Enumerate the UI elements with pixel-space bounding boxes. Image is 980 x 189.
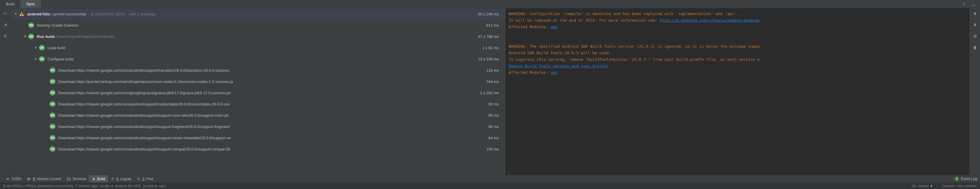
tree-row-time: 47 s 768 ms xyxy=(472,35,499,39)
ok-icon: OK xyxy=(38,56,45,62)
chevron-down-icon[interactable] xyxy=(13,11,18,17)
tree-row[interactable]: OKRun build /Users/nkjzm/Projects/androi… xyxy=(11,31,505,42)
tree-row-label: Starting Gradle Daemon xyxy=(37,23,78,28)
tree-row-time: 110 ms xyxy=(480,68,499,72)
ok-icon: OK xyxy=(49,134,56,141)
warnings-output: WARNING: Configuration 'compile' is obso… xyxy=(505,8,969,175)
tree-row[interactable]: OKDownload https://jcenter.bintray.com/n… xyxy=(11,76,505,87)
svg-point-5 xyxy=(29,178,30,180)
sync-icon[interactable] xyxy=(2,11,8,17)
event-log-badge: 1 xyxy=(955,176,959,181)
link-remove-buildtools[interactable]: Remove Build Tools version and sync proj… xyxy=(509,64,609,68)
pin-icon[interactable] xyxy=(2,22,8,28)
sync-root-time: 50 s 248 ms xyxy=(472,12,499,16)
ok-icon: OK xyxy=(49,123,56,130)
git-branch[interactable]: Git: master xyxy=(912,184,932,188)
close-icon[interactable] xyxy=(2,33,8,39)
find-button[interactable]: 3: Find xyxy=(134,175,156,183)
ok-icon: OK xyxy=(38,44,45,51)
tree-row-time: 811 ms xyxy=(480,23,499,28)
left-tool-gutter xyxy=(0,8,11,175)
tree-row[interactable]: OKConfigure build13 s 109 ms xyxy=(11,54,505,65)
tree-row-label: Download https://maven.google.com/com/an… xyxy=(58,68,230,72)
tree-row[interactable]: OKDownload https://maven.google.com/com/… xyxy=(11,121,505,132)
sync-root-label: android-fido: synced successfully at 201… xyxy=(27,12,156,16)
tree-row[interactable]: OKDownload https://maven.google.com/com/… xyxy=(11,65,505,76)
gear-icon[interactable] xyxy=(960,1,966,7)
tree-row-time: 64 ms xyxy=(482,135,499,140)
svg-point-7 xyxy=(137,178,139,180)
link-update-dependencies[interactable]: http://d.android.com/r/tools/update-depe… xyxy=(660,18,760,22)
tree-row-time: 92 ms xyxy=(482,102,499,106)
tree-row-label: Run build /Users/nkjzm/Projects/android-… xyxy=(37,35,115,39)
logcat-button[interactable]: 6: Logcat xyxy=(108,175,134,183)
ok-icon: OK xyxy=(49,146,56,152)
chevron-down-icon[interactable] xyxy=(22,34,28,39)
sync-root-row[interactable]: android-fido: synced successfully at 201… xyxy=(11,8,505,20)
tree-row-label: Download https://maven.google.com/com/an… xyxy=(58,102,230,106)
arrow-up-icon[interactable] xyxy=(972,11,978,17)
svg-point-4 xyxy=(28,179,29,180)
tree-row[interactable]: OKDownload https://maven.google.com/com/… xyxy=(11,87,505,98)
tree-row-time: 1 s 262 ms xyxy=(474,91,499,95)
tree-row-label: Download https://maven.google.com/com/an… xyxy=(58,135,231,140)
tree-row-time: 344 ms xyxy=(480,79,499,84)
tool-window-bar: TODO 9: Version Control Terminal Build 6… xyxy=(0,175,980,183)
ok-icon: OK xyxy=(49,101,56,107)
tree-row[interactable]: OKStarting Gradle Daemon811 ms xyxy=(11,20,505,31)
status-message: Build APK(s): APK(s) generated successfu… xyxy=(3,184,166,188)
tree-row-label: Download https://maven.google.com/com/an… xyxy=(58,147,230,151)
trash-icon[interactable] xyxy=(972,44,978,50)
ok-icon: OK xyxy=(28,33,35,40)
tree-row-time: 66 ms xyxy=(482,124,499,129)
svg-rect-2 xyxy=(21,15,22,16)
arrow-down-icon[interactable] xyxy=(972,22,978,28)
build-button[interactable]: Build xyxy=(89,175,108,183)
status-bar: Build APK(s): APK(s) generated successfu… xyxy=(0,183,980,189)
tool-window-tabs: Build Sync xyxy=(0,0,980,8)
version-control-button[interactable]: 9: Version Control xyxy=(24,175,64,183)
tree-row[interactable]: OKDownload https://maven.google.com/com/… xyxy=(11,143,505,154)
tree-row-label: Download https://jcenter.bintray.com/net… xyxy=(58,79,233,84)
svg-rect-1 xyxy=(21,13,22,15)
tree-row-label: Download https://maven.google.com/com/an… xyxy=(58,124,229,129)
warning-icon xyxy=(18,11,25,17)
ok-icon: OK xyxy=(49,78,56,85)
tab-build[interactable]: Build xyxy=(0,0,21,8)
tree-row-label: Download https://maven.google.com/com/go… xyxy=(58,91,231,95)
ok-icon: OK xyxy=(28,22,35,28)
tree-row[interactable]: OKLoad build1 s 82 ms xyxy=(11,42,505,54)
minimize-icon[interactable] xyxy=(970,1,977,7)
link-affected-module-app-2[interactable]: app xyxy=(550,70,557,75)
tree-row[interactable]: OKDownload https://maven.google.com/com/… xyxy=(11,110,505,121)
context-label[interactable]: Context: <no context> xyxy=(942,184,977,188)
svg-point-3 xyxy=(28,178,29,179)
ok-icon: OK xyxy=(49,112,56,118)
tree-row[interactable]: OKDownload https://maven.google.com/com/… xyxy=(11,132,505,143)
svg-rect-0 xyxy=(972,5,975,6)
link-affected-module-app-1[interactable]: app xyxy=(550,25,557,29)
tree-row-time: 13 s 109 ms xyxy=(472,57,499,61)
ok-icon: OK xyxy=(49,67,56,74)
tree-row-label: Load build xyxy=(48,46,65,50)
todo-button[interactable]: TODO xyxy=(3,175,24,183)
wrap-icon[interactable] xyxy=(972,33,978,39)
chevron-right-icon[interactable] xyxy=(33,45,38,50)
tab-sync[interactable]: Sync xyxy=(21,0,41,8)
tree-row-label: Configure build xyxy=(48,57,73,61)
tree-row[interactable]: OKDownload https://maven.google.com/com/… xyxy=(11,98,505,110)
tree-row-label: Download https://maven.google.com/com/an… xyxy=(58,113,229,118)
terminal-button[interactable]: Terminal xyxy=(64,175,89,183)
tree-row-time: 100 ms xyxy=(480,147,499,151)
ok-icon: OK xyxy=(49,90,56,96)
right-tool-gutter xyxy=(969,8,980,175)
tree-row-time: 1 s 82 ms xyxy=(476,46,499,50)
tree-row-time: 66 ms xyxy=(482,113,499,118)
event-log-button[interactable]: Event Log xyxy=(961,177,977,181)
sync-tree: android-fido: synced successfully at 201… xyxy=(11,8,505,175)
chevron-right-icon[interactable] xyxy=(33,56,38,61)
